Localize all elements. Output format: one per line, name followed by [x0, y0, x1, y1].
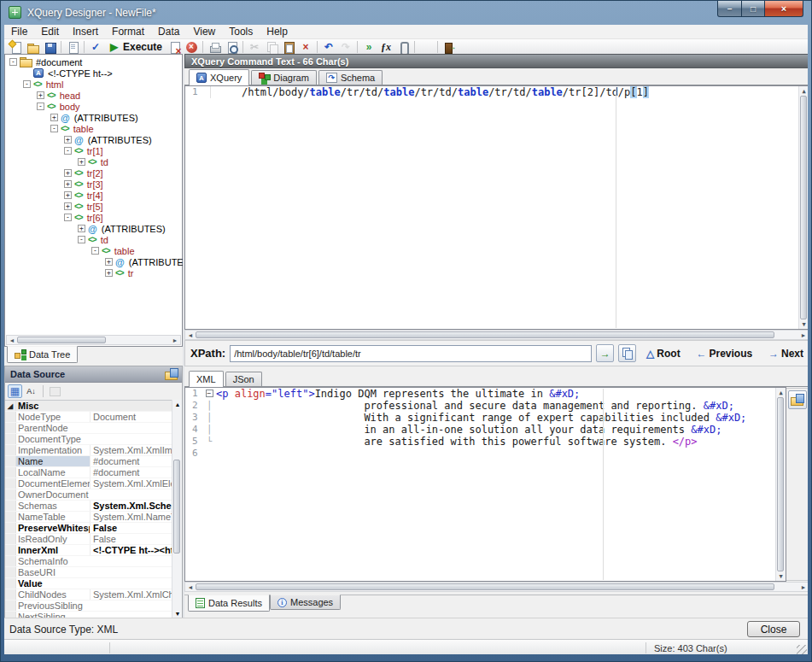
- property-value[interactable]: Document: [90, 412, 182, 422]
- stop-button[interactable]: [183, 39, 200, 55]
- property-category-row[interactable]: ◢Misc: [5, 401, 182, 412]
- menu-view[interactable]: View: [186, 25, 222, 38]
- tree-node[interactable]: +<>head: [6, 90, 181, 101]
- property-value[interactable]: <!-CTYPE ht--><html: [90, 545, 182, 555]
- expand-icon[interactable]: +: [64, 202, 72, 210]
- export-result-button[interactable]: [788, 390, 807, 409]
- expand-icon[interactable]: +: [64, 136, 72, 144]
- exit-button[interactable]: [441, 39, 458, 55]
- fold-collapse-icon[interactable]: −: [206, 390, 213, 397]
- validate-document-button[interactable]: [64, 39, 81, 55]
- menu-insert[interactable]: Insert: [66, 25, 105, 38]
- property-row[interactable]: IsReadOnlyFalse: [5, 534, 182, 545]
- tree-node[interactable]: -<>table: [6, 245, 181, 256]
- property-row[interactable]: DocumentElementSystem.Xml.XmlElement: [5, 478, 182, 489]
- delete-button[interactable]: ×: [297, 39, 314, 55]
- scroll-left-icon[interactable]: ◄: [185, 331, 196, 340]
- xquery-vertical-scrollbar[interactable]: ▲ ▼: [798, 86, 808, 329]
- tree-node[interactable]: A<!-CTYPE ht-->: [6, 67, 181, 79]
- expand-icon[interactable]: +: [64, 180, 72, 188]
- menu-edit[interactable]: Edit: [34, 25, 66, 38]
- menu-data[interactable]: Data: [151, 25, 186, 38]
- tree-node[interactable]: -#document: [6, 56, 181, 67]
- property-value[interactable]: System.Xml.XmlElement: [90, 478, 182, 489]
- xpath-copy-button[interactable]: [618, 344, 636, 362]
- property-row[interactable]: BaseURI: [5, 567, 182, 578]
- tree-node[interactable]: +<>tr[5]: [6, 201, 181, 212]
- tree-node[interactable]: -<>html: [6, 79, 181, 90]
- collapse-icon[interactable]: -: [78, 236, 85, 243]
- expand-icon[interactable]: +: [37, 91, 44, 99]
- tree-node[interactable]: -<>tr[1]: [6, 145, 181, 156]
- category-collapse-icon[interactable]: ◢: [5, 401, 16, 411]
- tree-node[interactable]: -<>tr[6]: [6, 212, 181, 223]
- menu-format[interactable]: Format: [105, 25, 151, 38]
- execute-button[interactable]: ▶Execute: [104, 39, 166, 55]
- alphabetical-sort-button[interactable]: A↓: [24, 384, 38, 398]
- tree-node[interactable]: +@(ATTRIBUTES): [6, 112, 181, 123]
- scroll-up-icon[interactable]: ▲: [776, 388, 786, 397]
- collapse-icon[interactable]: -: [23, 80, 31, 88]
- cut-button[interactable]: ✂: [246, 39, 263, 55]
- paste-button[interactable]: [280, 39, 297, 55]
- property-row[interactable]: InnerXml<!-CTYPE ht--><html: [5, 545, 182, 556]
- print-button[interactable]: [206, 39, 223, 55]
- property-row[interactable]: NameTableSystem.Xml.NameTable: [5, 512, 182, 523]
- xpath-go-button[interactable]: →: [596, 344, 614, 362]
- property-row[interactable]: PreviousSibling: [5, 600, 182, 612]
- collapse-icon[interactable]: -: [64, 214, 72, 221]
- property-value[interactable]: #document: [90, 456, 182, 466]
- tree-node[interactable]: +@(ATTRIBUTES): [6, 256, 181, 267]
- next-button[interactable]: → Next: [768, 348, 803, 360]
- categorized-view-button[interactable]: ▦: [8, 384, 22, 398]
- tree-node[interactable]: +@(ATTRIBUTES): [6, 223, 181, 234]
- tree-node[interactable]: +<>tr[2]: [6, 167, 181, 179]
- expand-icon[interactable]: +: [64, 191, 72, 199]
- scroll-down-icon[interactable]: ▼: [776, 571, 786, 581]
- property-row[interactable]: ImplementationSystem.Xml.XmlImplemen: [5, 445, 182, 456]
- print-preview-button[interactable]: [223, 39, 240, 55]
- collapse-icon[interactable]: -: [91, 247, 99, 255]
- property-row[interactable]: LocalName#document: [5, 467, 182, 478]
- undo-button[interactable]: ↶: [320, 39, 337, 55]
- mapping-button[interactable]: »: [360, 39, 377, 55]
- close-window-button[interactable]: ×: [765, 1, 803, 17]
- property-row[interactable]: DocumentType: [5, 434, 182, 445]
- find-button[interactable]: [418, 39, 435, 55]
- property-value[interactable]: System.Xml.Schema...: [90, 501, 182, 511]
- property-row[interactable]: Name#document: [5, 456, 182, 467]
- property-row[interactable]: PreserveWhitespacFalse: [5, 523, 182, 534]
- tree-node[interactable]: +@(ATTRIBUTES): [6, 134, 181, 145]
- expand-icon[interactable]: +: [64, 169, 72, 177]
- property-pages-button[interactable]: [48, 384, 62, 398]
- property-value[interactable]: #document: [90, 467, 182, 477]
- scroll-right-icon[interactable]: ►: [798, 331, 808, 340]
- expand-icon[interactable]: +: [50, 114, 58, 121]
- expand-icon[interactable]: +: [105, 258, 113, 266]
- scroll-down-icon[interactable]: ▼: [799, 319, 809, 329]
- menu-help[interactable]: Help: [260, 25, 295, 38]
- minimize-button[interactable]: –: [717, 1, 742, 17]
- property-row[interactable]: NextSibling: [5, 612, 182, 618]
- open-file-button[interactable]: [24, 39, 41, 55]
- tree-node[interactable]: -<>table: [6, 123, 181, 134]
- tab-xquery[interactable]: A XQuery: [189, 69, 249, 85]
- resize-grip[interactable]: [797, 645, 807, 654]
- xml-tree-panel[interactable]: -#documentA<!-CTYPE ht-->-<>html+<>head-…: [4, 54, 183, 347]
- property-value[interactable]: False: [90, 523, 182, 533]
- xpath-input[interactable]: [230, 345, 592, 362]
- tree-node[interactable]: -<>body: [6, 101, 181, 112]
- close-button[interactable]: Close: [747, 621, 800, 637]
- scroll-right-icon[interactable]: ►: [798, 583, 808, 592]
- results-vertical-scrollbar[interactable]: ▲ ▼: [775, 388, 786, 581]
- tree-node[interactable]: +<>tr[4]: [6, 190, 181, 201]
- property-row[interactable]: ChildNodesSystem.Xml.XmlChildNod: [5, 589, 182, 600]
- property-value[interactable]: System.Xml.XmlChildNod: [90, 589, 182, 600]
- property-value[interactable]: System.Xml.XmlImplemen: [90, 445, 182, 455]
- property-row[interactable]: NodeTypeDocument: [5, 412, 182, 423]
- tree-node[interactable]: +<>tr: [6, 267, 181, 278]
- previous-button[interactable]: ← Previous: [696, 348, 752, 360]
- property-row[interactable]: ParentNode: [5, 423, 182, 434]
- cancel-query-button[interactable]: [166, 39, 183, 55]
- tab-schema[interactable]: ↷ Schema: [318, 70, 383, 85]
